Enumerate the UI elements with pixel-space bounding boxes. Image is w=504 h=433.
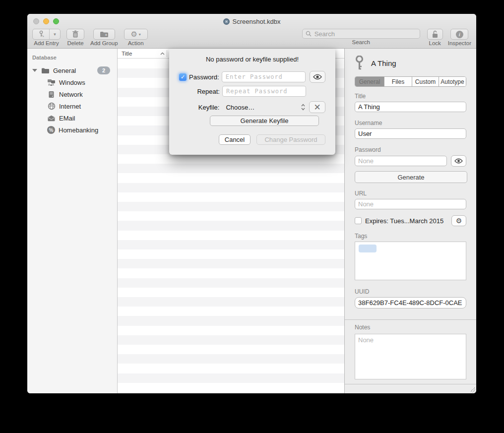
window-chrome: Screenshot.kdbx + ▼ Add Entry	[27, 14, 476, 49]
generate-keyfile-button[interactable]: Generate Keyfile	[210, 116, 319, 126]
inspector-panel: A Thing General Files Custom Autotype Ti…	[345, 49, 476, 393]
inspector-tabs: General Files Custom Autotype	[355, 76, 466, 87]
uuid-label: UUID	[355, 288, 466, 295]
sheet-message: No password or keyfile supplied!	[169, 56, 335, 63]
repeat-row: Repeat:	[179, 86, 325, 97]
minimize-button[interactable]	[43, 18, 49, 24]
window-title: Screenshot.kdbx	[233, 18, 281, 25]
zoom-button[interactable]	[53, 18, 59, 24]
column-header-title[interactable]: Title	[118, 51, 167, 57]
toolbar-search: Search	[302, 29, 420, 45]
tab-autotype[interactable]: Autotype	[439, 77, 466, 86]
bottom-divider	[345, 384, 476, 384]
enter-password-input[interactable]	[222, 71, 306, 82]
password-checkbox[interactable]: ✓	[179, 73, 187, 81]
add-group-button[interactable]: +	[93, 29, 115, 40]
sheet-password-label: Password:	[189, 73, 219, 81]
traffic-lights	[33, 18, 59, 24]
keyfile-popup[interactable]: Choose…	[222, 104, 305, 111]
info-icon: i	[456, 31, 463, 38]
expires-settings-button[interactable]: ⚙	[451, 215, 466, 226]
password-field[interactable]	[355, 156, 447, 166]
expires-checkbox[interactable]	[355, 217, 362, 224]
sidebar-item-internet[interactable]: Internet	[27, 100, 117, 112]
disclosure-triangle-icon[interactable]	[32, 69, 37, 72]
username-field-label: Username	[355, 120, 466, 126]
add-entry-button[interactable]: + ▼	[32, 29, 61, 40]
tab-general[interactable]: General	[355, 77, 384, 86]
sort-ascending-icon	[160, 52, 165, 55]
section-divider	[345, 319, 476, 320]
stepper-icon	[301, 104, 305, 111]
change-password-button[interactable]: Change Password	[256, 134, 325, 145]
gear-icon: ⚙	[456, 217, 462, 225]
add-entry-label: Add Entry	[34, 41, 59, 46]
add-entry-dropdown[interactable]: ▼	[50, 29, 60, 39]
tags-box[interactable]	[355, 242, 466, 280]
sidebar-item-label: Internet	[59, 103, 81, 110]
app-window: Screenshot.kdbx + ▼ Add Entry	[27, 14, 476, 393]
generate-password-button[interactable]: Generate	[355, 171, 467, 183]
search-icon	[306, 31, 312, 37]
eye-icon	[313, 74, 322, 80]
resize-grip[interactable]	[470, 387, 475, 392]
uuid-field[interactable]	[355, 297, 466, 309]
toolbar-inspector: i Inspector	[448, 29, 471, 46]
document-icon	[223, 18, 230, 25]
eye-icon	[454, 158, 463, 164]
sidebar-header: Database	[27, 53, 117, 64]
password-row: ✓ Password:	[179, 71, 325, 83]
tab-files[interactable]: Files	[384, 77, 412, 86]
cancel-button[interactable]: Cancel	[219, 134, 251, 145]
close-icon: ✕	[314, 103, 321, 112]
sidebar-item-label: General	[53, 67, 76, 74]
key-plus-icon[interactable]: +	[33, 29, 50, 39]
sidebar-item-homebanking[interactable]: % Homebanking	[27, 124, 117, 136]
reveal-sheet-password-button[interactable]	[310, 71, 325, 83]
sidebar-item-label: Homebanking	[59, 126, 98, 134]
password-field-label: Password	[355, 146, 466, 153]
svg-text:+: +	[42, 35, 44, 38]
username-field[interactable]	[355, 128, 466, 139]
sheet-actions: Cancel Change Password	[219, 134, 325, 145]
entry-header: A Thing	[355, 56, 466, 70]
sidebar-item-email[interactable]: EMail	[27, 112, 117, 124]
clear-keyfile-button[interactable]: ✕	[309, 101, 325, 113]
percent-icon: %	[47, 126, 55, 134]
repeat-password-input[interactable]	[222, 86, 306, 97]
keyfile-row: Keyfile: Choose… ✕	[179, 101, 325, 113]
close-button[interactable]	[33, 18, 39, 24]
expires-row: Expires: Tues...March 2015 ⚙	[355, 215, 466, 226]
title-field[interactable]	[355, 102, 466, 112]
tab-custom[interactable]: Custom	[412, 77, 439, 86]
notes-label: Notes	[355, 324, 466, 331]
url-field[interactable]	[355, 199, 466, 209]
sidebar-item-windows[interactable]: Windows	[27, 76, 117, 88]
svg-text:+: +	[105, 33, 107, 37]
sheet-keyfile-label: Keyfile:	[198, 104, 220, 111]
delete-label: Delete	[67, 41, 83, 46]
entry-count-badge: 2	[97, 66, 110, 74]
search-input[interactable]	[314, 30, 417, 38]
inspector-button[interactable]: i	[450, 29, 468, 40]
toolbar-lock: Lock	[427, 29, 443, 46]
reveal-password-button[interactable]	[451, 155, 466, 167]
action-button[interactable]: ⚙ ▾	[124, 29, 148, 40]
sidebar-item-general[interactable]: General 2	[27, 64, 117, 76]
trash-icon	[72, 30, 79, 38]
toolbar-add-group: + Add Group	[90, 29, 118, 46]
screen: Screenshot.kdbx + ▼ Add Entry	[0, 0, 504, 433]
toolbar-right: Search Lock i I	[302, 29, 471, 46]
workgroup-icon	[47, 78, 56, 87]
tag-chip[interactable]	[359, 245, 377, 252]
add-group-label: Add Group	[90, 41, 118, 46]
sidebar-item-label: EMail	[59, 115, 75, 122]
notes-field[interactable]	[355, 334, 466, 379]
tags-label: Tags	[355, 233, 466, 240]
lock-button[interactable]	[427, 29, 443, 40]
unlock-icon	[432, 30, 439, 38]
sidebar-item-network[interactable]: Network	[27, 88, 117, 100]
search-field[interactable]	[302, 29, 420, 39]
delete-button[interactable]	[66, 29, 84, 40]
envelope-icon	[47, 114, 56, 123]
